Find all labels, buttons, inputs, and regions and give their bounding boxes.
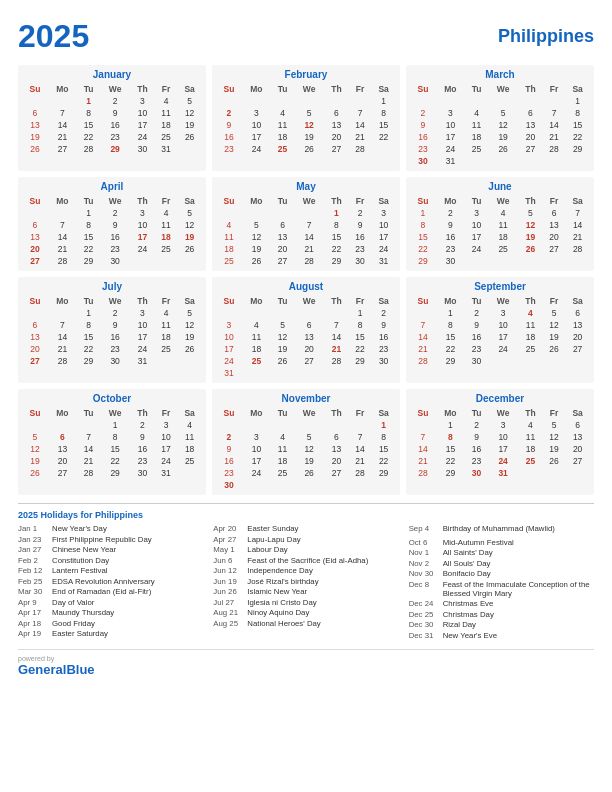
holiday-date: Dec 24 xyxy=(409,599,439,608)
cal-cell xyxy=(216,307,242,319)
cal-cell: 16 xyxy=(216,455,242,467)
cal-table: SuMoTuWeThFrSa12345678910111213141516171… xyxy=(410,295,590,367)
cal-cell xyxy=(410,95,436,107)
day-header-fr: Fr xyxy=(155,407,177,419)
cal-cell: 11 xyxy=(518,431,543,443)
cal-cell: 20 xyxy=(294,343,324,355)
holiday-date: Mar 30 xyxy=(18,587,48,596)
cal-cell: 16 xyxy=(465,443,488,455)
cal-cell: 22 xyxy=(77,343,100,355)
cal-cell: 2 xyxy=(465,419,488,431)
holiday-name: All Souls' Day xyxy=(443,559,491,568)
cal-cell: 27 xyxy=(48,143,77,155)
cal-cell: 11 xyxy=(155,319,177,331)
cal-cell: 7 xyxy=(565,207,590,219)
cal-cell: 21 xyxy=(294,243,324,255)
day-header-th: Th xyxy=(518,407,543,419)
cal-cell: 13 xyxy=(543,219,565,231)
cal-cell: 27 xyxy=(565,343,590,355)
cal-cell: 20 xyxy=(324,131,349,143)
holiday-name: Independence Day xyxy=(247,566,312,575)
day-header-mo: Mo xyxy=(436,295,465,307)
cal-cell: 24 xyxy=(242,143,271,155)
cal-cell: 10 xyxy=(465,219,488,231)
cal-cell: 19 xyxy=(543,331,565,343)
cal-cell: 20 xyxy=(271,243,294,255)
cal-cell: 15 xyxy=(324,231,349,243)
day-header-tu: Tu xyxy=(77,195,100,207)
holiday-item: Dec 25Christmas Day xyxy=(409,610,594,619)
month-block-september: SeptemberSuMoTuWeThFrSa12345678910111213… xyxy=(406,277,594,383)
cal-cell: 12 xyxy=(22,443,48,455)
month-title: August xyxy=(216,281,396,292)
cal-cell: 19 xyxy=(177,231,202,243)
month-title: April xyxy=(22,181,202,192)
holiday-name: All Saints' Day xyxy=(443,548,493,557)
cal-cell: 25 xyxy=(216,255,242,267)
cal-cell: 18 xyxy=(465,131,488,143)
holiday-item: Jun 26Islamic New Year xyxy=(213,587,398,596)
cal-cell xyxy=(324,479,349,491)
holiday-name: Lantern Festival xyxy=(52,566,107,575)
day-header-tu: Tu xyxy=(77,295,100,307)
cal-cell: 28 xyxy=(294,255,324,267)
cal-cell: 1 xyxy=(436,307,465,319)
holiday-date: Jun 19 xyxy=(213,577,243,586)
holiday-item: Apr 9Day of Valor xyxy=(18,598,203,607)
holiday-item: Apr 17Maundy Thursday xyxy=(18,608,203,617)
cal-cell: 5 xyxy=(177,95,202,107)
cal-cell xyxy=(410,307,436,319)
cal-cell: 9 xyxy=(436,219,465,231)
holidays-title: 2025 Holidays for Philippines xyxy=(18,510,594,520)
month-block-march: MarchSuMoTuWeThFrSa123456789101112131415… xyxy=(406,65,594,171)
holiday-item: Jan 27Chinese New Year xyxy=(18,545,203,554)
cal-cell: 6 xyxy=(22,219,48,231)
cal-cell: 22 xyxy=(324,243,349,255)
cal-cell: 26 xyxy=(177,131,202,143)
cal-cell: 12 xyxy=(177,319,202,331)
cal-cell: 24 xyxy=(130,131,155,143)
day-header-tu: Tu xyxy=(77,83,100,95)
day-header-sa: Sa xyxy=(177,83,202,95)
cal-cell xyxy=(518,255,543,267)
cal-cell: 6 xyxy=(294,319,324,331)
cal-cell: 31 xyxy=(130,355,155,367)
day-header-tu: Tu xyxy=(465,407,488,419)
cal-cell: 10 xyxy=(130,219,155,231)
cal-cell: 23 xyxy=(349,243,371,255)
holiday-date: Apr 17 xyxy=(18,608,48,617)
day-header-we: We xyxy=(294,407,324,419)
cal-cell: 6 xyxy=(565,307,590,319)
cal-cell: 14 xyxy=(77,443,100,455)
cal-cell xyxy=(324,307,349,319)
cal-cell: 22 xyxy=(371,131,396,143)
cal-cell: 28 xyxy=(543,143,565,155)
cal-cell: 19 xyxy=(22,455,48,467)
cal-cell: 31 xyxy=(155,467,177,479)
holiday-item: Jul 27Iglesia ni Cristo Day xyxy=(213,598,398,607)
cal-cell: 29 xyxy=(349,355,371,367)
day-header-sa: Sa xyxy=(371,195,396,207)
cal-cell: 10 xyxy=(130,319,155,331)
cal-cell: 17 xyxy=(488,331,518,343)
cal-cell: 2 xyxy=(410,107,436,119)
holiday-date: Oct 6 xyxy=(409,538,439,547)
holiday-name: National Heroes' Day xyxy=(247,619,320,628)
cal-cell: 8 xyxy=(371,107,396,119)
day-header-we: We xyxy=(294,83,324,95)
holiday-date: Aug 25 xyxy=(213,619,243,628)
day-header-tu: Tu xyxy=(465,195,488,207)
cal-cell: 10 xyxy=(130,107,155,119)
cal-cell: 7 xyxy=(543,107,565,119)
cal-cell: 30 xyxy=(410,155,436,167)
cal-cell: 16 xyxy=(100,119,130,131)
cal-cell: 17 xyxy=(130,119,155,131)
holiday-date: Dec 25 xyxy=(409,610,439,619)
cal-cell: 27 xyxy=(324,143,349,155)
brand-general: General xyxy=(18,662,66,677)
month-title: February xyxy=(216,69,396,80)
cal-cell: 5 xyxy=(488,107,518,119)
cal-table: SuMoTuWeThFrSa12345678910111213141516171… xyxy=(410,407,590,479)
cal-cell: 21 xyxy=(410,343,436,355)
holiday-item: Nov 30Bonifacio Day xyxy=(409,569,594,578)
